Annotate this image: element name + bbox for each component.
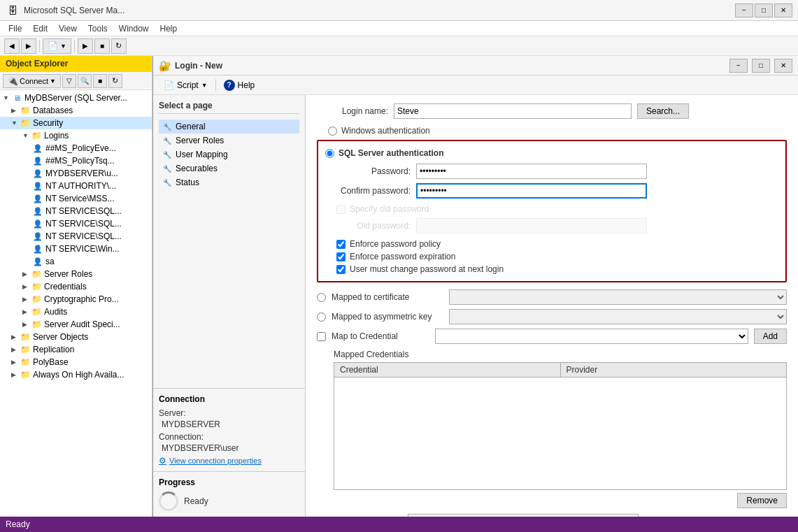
tree-item-login-8[interactable]: 👤 NT SERVICE\SQL... — [0, 230, 152, 243]
menu-help[interactable]: Help — [155, 22, 183, 35]
tree-item-alwayson[interactable]: ▶ 📁 Always On High Availa... — [0, 368, 152, 381]
dialog-minimize-btn[interactable]: − — [729, 59, 748, 73]
back-btn[interactable]: ◀ — [4, 38, 20, 54]
tree-item-audits[interactable]: ▶ 📁 Audits — [0, 305, 152, 318]
tree-item-replication[interactable]: ▶ 📁 Replication — [0, 343, 152, 356]
new-query-dropdown[interactable]: ▼ — [60, 43, 66, 50]
tree-item-polybase[interactable]: ▶ 📁 PolyBase — [0, 356, 152, 368]
ao-expand-icon: ▶ — [11, 371, 20, 378]
oe-filter2-btn[interactable]: 🔍 — [78, 74, 92, 88]
confirm-password-input[interactable] — [416, 183, 647, 199]
audits-label: Audits — [44, 307, 67, 317]
tree-item-login-7[interactable]: 👤 NT SERVICE\SQL... — [0, 217, 152, 230]
refresh-btn[interactable]: ↻ — [111, 38, 127, 54]
tree-item-login-6[interactable]: 👤 NT SERVICE\SQL... — [0, 205, 152, 217]
page-securables[interactable]: 🔧 Securables — [159, 161, 299, 175]
tree-item-logins[interactable]: ▼ 📁 Logins — [0, 129, 152, 142]
dialog-close-btn[interactable]: ✕ — [774, 59, 792, 73]
login4-label: NT AUTHORITY\... — [45, 181, 116, 191]
tree-item-security[interactable]: ▼ 📁 Security — [0, 117, 152, 129]
tree-item-databases[interactable]: ▶ 📁 Databases — [0, 104, 152, 117]
mapped-cert-select[interactable] — [449, 289, 787, 305]
login8-icon: 👤 — [32, 231, 43, 242]
help-btn[interactable]: ? Help — [219, 78, 260, 93]
old-password-row: Old password: — [325, 218, 778, 233]
execute-btn[interactable]: ▶ — [78, 38, 93, 54]
map-to-cred-checkbox[interactable] — [317, 332, 326, 341]
tree-item-login-sa[interactable]: 👤 sa — [0, 255, 152, 268]
password-input[interactable] — [416, 164, 647, 179]
menu-edit[interactable]: Edit — [27, 22, 53, 35]
mapped-cert-row: Mapped to certificate — [317, 289, 787, 305]
oe-tree: ▼ 🖥 MyDBServer (SQL Server... ▶ 📁 Databa… — [0, 90, 152, 517]
tree-item-login-5[interactable]: 👤 NT Service\MSS... — [0, 192, 152, 205]
mapped-cert-radio[interactable] — [317, 293, 326, 302]
mapped-asym-radio[interactable] — [317, 312, 326, 322]
app-minimize-btn[interactable]: − — [735, 3, 753, 17]
tree-item-login-2[interactable]: 👤 ##MS_PolicyTsq... — [0, 154, 152, 167]
mapped-asym-select[interactable] — [449, 309, 787, 324]
login-name-input[interactable] — [394, 103, 632, 119]
old-password-label: Old password: — [325, 221, 416, 231]
new-query-btn[interactable]: 📄 ▼ — [43, 38, 71, 54]
user-must-change-checkbox[interactable] — [336, 265, 345, 274]
enforce-expiration-checkbox[interactable] — [336, 252, 345, 261]
menu-file[interactable]: File — [3, 22, 27, 35]
map-to-cred-select[interactable] — [435, 329, 748, 344]
oe-stop-btn[interactable]: ■ — [93, 74, 107, 88]
user-must-change-label: User must change password at next login — [350, 264, 504, 274]
dialog-maximize-btn[interactable]: □ — [752, 59, 770, 73]
script-dropdown-icon[interactable]: ▼ — [201, 82, 208, 89]
menu-window[interactable]: Window — [113, 22, 155, 35]
forward-btn[interactable]: ▶ — [21, 38, 36, 54]
tree-item-login-1[interactable]: 👤 ##MS_PolicyEve... — [0, 142, 152, 154]
app-close-btn[interactable]: ✕ — [774, 3, 792, 17]
old-password-input[interactable] — [416, 218, 647, 233]
page-user-mapping[interactable]: 🔧 User Mapping — [159, 148, 299, 161]
sql-auth-radio[interactable] — [325, 149, 334, 158]
mapped-cert-label: Mapped to certificate — [332, 292, 443, 302]
login5-label: NT Service\MSS... — [45, 194, 114, 203]
page-user-mapping-icon: 🔧 — [163, 151, 171, 159]
tree-item-login-4[interactable]: 👤 NT AUTHORITY\... — [0, 180, 152, 192]
menu-view[interactable]: View — [53, 22, 83, 35]
app-maximize-btn[interactable]: □ — [755, 3, 773, 17]
tree-item-credentials[interactable]: ▶ 📁 Credentials — [0, 280, 152, 293]
specify-old-pw-checkbox[interactable] — [336, 205, 345, 214]
page-server-roles[interactable]: 🔧 Server Roles — [159, 134, 299, 148]
tree-item-crypto[interactable]: ▶ 📁 Cryptographic Pro... — [0, 293, 152, 305]
login2-label: ##MS_PolicyTsq... — [45, 156, 115, 166]
windows-auth-row: Windows authentication — [317, 126, 787, 136]
tree-item-server-roles[interactable]: ▶ 📁 Server Roles — [0, 268, 152, 280]
oe-refresh-btn[interactable]: ↻ — [108, 74, 122, 88]
ao-label: Always On High Availa... — [33, 370, 124, 380]
stop-btn[interactable]: ■ — [94, 38, 110, 54]
connect-dropdown-icon[interactable]: ▼ — [50, 78, 56, 85]
page-general[interactable]: 🔧 General — [159, 120, 299, 134]
tree-item-server[interactable]: ▼ 🖥 MyDBServer (SQL Server... — [0, 92, 152, 104]
remove-btn[interactable]: Remove — [737, 493, 787, 508]
login7-label: NT SERVICE\SQL... — [45, 219, 122, 229]
oe-connect-btn[interactable]: 🔌 Connect ▼ — [3, 74, 61, 88]
oe-filter-btn[interactable]: ▽ — [62, 74, 76, 88]
add-btn[interactable]: Add — [754, 329, 787, 344]
enforce-policy-checkbox[interactable] — [336, 240, 345, 249]
dialog-window: 🔐 Login - New − □ ✕ 📄 Script ▼ ? Help — [152, 56, 798, 517]
page-status[interactable]: 🔧 Status — [159, 175, 299, 189]
tree-item-login-9[interactable]: 👤 NT SERVICE\Win... — [0, 243, 152, 255]
crypto-label: Cryptographic Pro... — [44, 294, 119, 304]
tree-item-login-3[interactable]: 👤 MYDBSERVER\u... — [0, 167, 152, 180]
search-btn[interactable]: Search... — [637, 103, 689, 119]
menu-tools[interactable]: Tools — [83, 22, 113, 35]
tree-item-audit-spec[interactable]: ▶ 📁 Server Audit Speci... — [0, 318, 152, 331]
view-connection-props-link[interactable]: ⚙ View connection properties — [159, 456, 299, 466]
tree-item-server-objects[interactable]: ▶ 📁 Server Objects — [0, 331, 152, 343]
script-btn[interactable]: 📄 Script ▼ — [159, 78, 213, 92]
databases-icon: 📁 — [20, 105, 31, 116]
databases-expand-icon: ▶ — [11, 107, 20, 114]
windows-auth-radio[interactable] — [328, 127, 337, 136]
login1-icon: 👤 — [32, 143, 43, 154]
srv-obj-expand-icon: ▶ — [11, 333, 20, 340]
security-icon: 📁 — [20, 117, 31, 129]
page-server-roles-label: Server Roles — [176, 136, 224, 145]
